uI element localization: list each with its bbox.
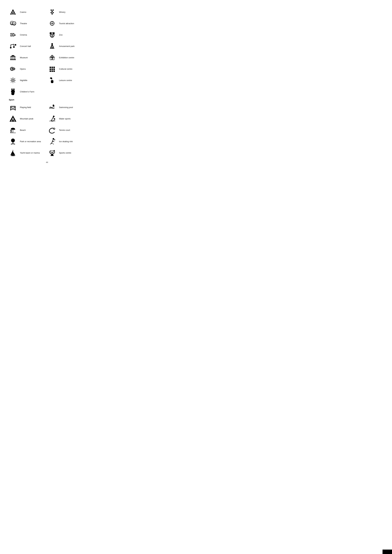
item-mountain-peak: Mountain peak (8, 113, 47, 124)
svg-rect-131 (11, 155, 15, 156)
leisure-centre-label: Leisure centre (59, 79, 72, 82)
svg-point-115 (54, 128, 55, 129)
svg-point-43 (13, 46, 15, 48)
svg-rect-70 (51, 67, 53, 68)
svg-point-4 (52, 9, 54, 11)
item-leisure-centre: Leisure centre (47, 75, 86, 86)
ice-skating-icon (48, 137, 56, 145)
zoo-icon (48, 31, 56, 39)
svg-point-126 (54, 139, 55, 140)
item-yacht-marina: Yacht basin or marina (8, 147, 47, 159)
concert-hall-icon (9, 42, 17, 50)
svg-marker-127 (10, 150, 13, 155)
svg-point-136 (54, 150, 55, 151)
svg-point-94 (14, 94, 15, 95)
svg-line-86 (14, 82, 15, 82)
svg-marker-128 (13, 152, 15, 155)
nightlife-icon (9, 76, 17, 84)
svg-point-7 (52, 12, 54, 13)
item-concert-hall: Concert hall (8, 41, 47, 52)
svg-point-44 (15, 44, 16, 46)
svg-point-60 (52, 58, 53, 59)
svg-rect-77 (53, 70, 55, 72)
svg-point-110 (10, 130, 12, 131)
nightlife-label: Nightlife (20, 79, 27, 82)
svg-rect-71 (53, 67, 55, 68)
park-recreation-label: Park or recreation area (20, 140, 41, 143)
water-sports-icon (48, 115, 56, 123)
svg-marker-33 (14, 34, 16, 36)
svg-point-92 (11, 93, 15, 95)
item-water-sports: Water sports (47, 113, 86, 124)
svg-rect-53 (10, 59, 16, 60)
museum-icon (9, 53, 17, 62)
item-childrens-farm: Children's Farm (8, 86, 47, 97)
svg-rect-98 (10, 106, 11, 108)
tennis-court-icon (48, 126, 56, 134)
opera-label: Opera (20, 68, 26, 70)
mountain-peak-icon (9, 115, 17, 123)
svg-rect-74 (53, 69, 55, 70)
svg-marker-49 (10, 55, 16, 56)
svg-point-102 (53, 104, 54, 106)
svg-point-42 (10, 47, 12, 48)
exhibition-centre-label: Exhibition centre (59, 56, 74, 59)
svg-rect-99 (14, 106, 15, 108)
item-museum: Museum (8, 52, 47, 63)
svg-rect-21 (52, 21, 52, 22)
svg-point-40 (52, 35, 53, 36)
leisure-centre-icon (48, 76, 56, 84)
svg-point-11 (11, 22, 12, 23)
svg-rect-76 (51, 70, 53, 72)
svg-point-67 (14, 69, 15, 69)
sports-centre-label: Sports centre (59, 152, 71, 154)
item-tennis-court: Tennis court (47, 124, 86, 136)
tourist-attraction-icon (48, 19, 56, 28)
svg-point-108 (54, 118, 55, 119)
svg-rect-69 (50, 67, 51, 68)
playing-field-label: Playing field (20, 106, 31, 109)
svg-point-37 (53, 32, 55, 34)
svg-point-68 (13, 69, 14, 69)
theatre-icon (9, 19, 17, 28)
svg-rect-132 (51, 155, 53, 155)
childrens-farm-icon (9, 88, 17, 96)
tennis-court-label: Tennis court (59, 129, 70, 131)
svg-rect-22 (52, 25, 52, 26)
exhibition-centre-icon (48, 53, 56, 62)
cinema-label: Cinema (20, 34, 27, 36)
svg-rect-41 (52, 36, 53, 37)
museum-label: Museum (20, 56, 28, 59)
svg-point-16 (14, 23, 15, 23)
svg-point-3 (50, 9, 52, 11)
item-winery: Winery (47, 6, 86, 18)
mountain-peak-label: Mountain peak (20, 118, 33, 120)
svg-rect-24 (54, 23, 54, 24)
page-number: 44 (46, 161, 48, 164)
sports-centre-icon (48, 149, 56, 157)
svg-rect-52 (14, 56, 15, 59)
item-casino: Casino (8, 6, 47, 18)
svg-point-123 (53, 138, 54, 140)
svg-point-6 (50, 12, 52, 13)
item-theatre: Theatre (8, 18, 47, 29)
amusement-park-label: Amusement park (59, 45, 75, 47)
casino-label: Casino (20, 11, 26, 13)
svg-line-124 (50, 144, 51, 145)
item-cinema: Cinema (8, 29, 47, 41)
svg-point-5 (51, 11, 53, 12)
tourist-attraction-label: Tourist attraction (59, 22, 74, 25)
svg-point-14 (13, 22, 16, 25)
amusement-park-icon (48, 42, 56, 50)
svg-rect-51 (13, 56, 13, 59)
item-park-recreation: Park or recreation area (8, 136, 47, 147)
item-playing-field: Playing field (8, 102, 47, 113)
svg-line-112 (11, 131, 12, 132)
svg-point-30 (13, 33, 14, 34)
item-zoo: Zoo (47, 29, 86, 41)
ice-skating-label: Ice skating rink (59, 140, 73, 143)
svg-line-85 (11, 78, 12, 79)
svg-point-31 (11, 35, 11, 36)
svg-point-36 (50, 32, 51, 34)
cultural-centre-icon (48, 65, 56, 73)
